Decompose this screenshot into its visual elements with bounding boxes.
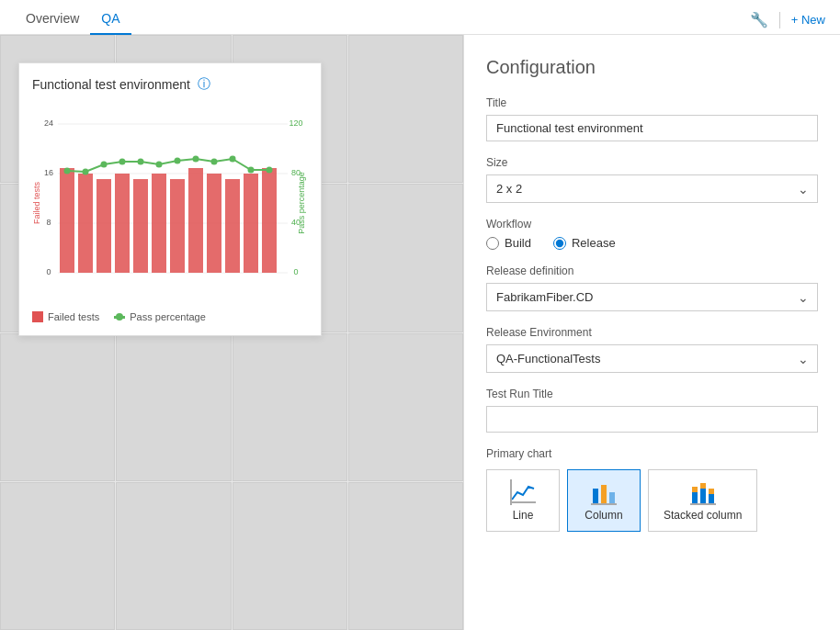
- svg-point-32: [211, 159, 218, 165]
- test-run-label: Test Run Title: [486, 388, 818, 400]
- grid-cell: [348, 333, 463, 481]
- grid-cell: [348, 184, 463, 332]
- release-radio-text: Release: [572, 236, 616, 250]
- svg-rect-42: [609, 492, 615, 503]
- line-chart-icon: [510, 479, 536, 505]
- primary-chart-group: Primary chart Line: [486, 447, 818, 532]
- main-content: Functional test environment ⓘ 24 16 8 0 …: [0, 35, 840, 630]
- release-env-label: Release Environment: [486, 326, 818, 339]
- svg-rect-44: [692, 492, 698, 503]
- svg-rect-49: [709, 489, 714, 494]
- svg-rect-15: [115, 174, 130, 273]
- release-def-label: Release definition: [486, 264, 818, 277]
- svg-rect-38: [510, 501, 536, 503]
- svg-rect-23: [262, 168, 277, 273]
- release-def-select[interactable]: FabrikamFiber.CD: [486, 283, 818, 311]
- workflow-row: Build Release: [486, 236, 818, 250]
- grid-cell: [233, 482, 347, 630]
- release-radio-label[interactable]: Release: [553, 236, 616, 250]
- svg-point-35: [267, 167, 273, 174]
- grid-cell: [116, 482, 231, 630]
- title-input[interactable]: [486, 115, 818, 141]
- chart-option-line[interactable]: Line: [486, 469, 560, 532]
- release-env-select[interactable]: QA-FunctionalTests: [486, 344, 818, 373]
- svg-rect-46: [700, 489, 706, 503]
- size-select-wrapper: 2 x 2 1 x 1 1 x 2 2 x 1 2 x 3 3 x 3 ⌄: [486, 174, 818, 203]
- widget-title: Functional test environment ⓘ: [32, 76, 308, 93]
- svg-point-25: [83, 169, 89, 175]
- svg-text:0: 0: [46, 267, 51, 276]
- svg-text:Pass percentage: Pass percentage: [297, 172, 306, 234]
- primary-chart-label: Primary chart: [486, 447, 818, 460]
- column-label: Column: [585, 509, 622, 522]
- grid-cell: [116, 333, 231, 481]
- svg-rect-50: [690, 503, 716, 505]
- grid-cell: [233, 333, 347, 481]
- release-def-group: Release definition FabrikamFiber.CD ⌄: [486, 264, 818, 311]
- svg-rect-13: [78, 174, 93, 273]
- svg-point-34: [248, 167, 255, 174]
- svg-text:24: 24: [44, 118, 53, 128]
- tab-qa[interactable]: QA: [90, 4, 131, 35]
- svg-rect-40: [593, 489, 598, 503]
- release-radio[interactable]: [553, 237, 566, 250]
- grid-cell: [0, 333, 115, 481]
- nav-actions: 🔧 + New: [750, 11, 825, 34]
- svg-point-31: [193, 156, 199, 163]
- nav-divider: [779, 12, 780, 28]
- svg-rect-18: [170, 179, 185, 273]
- svg-rect-21: [225, 179, 240, 273]
- svg-rect-17: [152, 174, 166, 273]
- stacked-label: Stacked column: [664, 509, 742, 522]
- widget-title-text: Functional test environment: [32, 77, 190, 92]
- dashboard-panel: Functional test environment ⓘ 24 16 8 0 …: [0, 35, 463, 630]
- failed-swatch: [32, 311, 43, 322]
- title-label: Title: [486, 96, 818, 109]
- chart-legend: Failed tests Pass percentage: [32, 311, 308, 322]
- svg-rect-19: [188, 168, 203, 273]
- widget-card: Functional test environment ⓘ 24 16 8 0 …: [18, 62, 322, 336]
- workflow-label: Workflow: [486, 218, 818, 231]
- svg-rect-12: [60, 168, 74, 273]
- svg-point-27: [119, 159, 126, 165]
- new-button[interactable]: + New: [791, 13, 825, 27]
- stacked-chart-icon: [690, 479, 716, 505]
- grid-cell: [0, 482, 115, 630]
- tab-overview[interactable]: Overview: [15, 4, 90, 35]
- size-label: Size: [486, 156, 818, 169]
- test-run-input[interactable]: [486, 406, 818, 433]
- chart-option-stacked[interactable]: Stacked column: [648, 469, 757, 532]
- settings-icon[interactable]: 🔧: [750, 11, 768, 28]
- info-icon[interactable]: ⓘ: [198, 76, 210, 93]
- svg-text:16: 16: [44, 168, 53, 177]
- workflow-field-group: Workflow Build Release: [486, 218, 818, 250]
- release-env-wrapper: QA-FunctionalTests ⌄: [486, 344, 818, 373]
- svg-text:0: 0: [293, 267, 298, 276]
- chart-svg: 24 16 8 0 120 80 40 0: [32, 102, 308, 304]
- chart-container: 24 16 8 0 120 80 40 0: [32, 102, 308, 304]
- svg-rect-43: [591, 503, 617, 505]
- build-radio-label[interactable]: Build: [486, 236, 531, 250]
- svg-rect-22: [244, 174, 258, 273]
- config-title: Configuration: [486, 57, 818, 78]
- svg-point-33: [230, 156, 236, 163]
- column-chart-icon: [591, 479, 617, 505]
- chart-option-column[interactable]: Column: [567, 469, 641, 532]
- build-radio[interactable]: [486, 237, 499, 250]
- top-nav: Overview QA 🔧 + New: [0, 0, 840, 35]
- size-field-group: Size 2 x 2 1 x 1 1 x 2 2 x 1 2 x 3 3 x 3…: [486, 156, 818, 203]
- size-select[interactable]: 2 x 2 1 x 1 1 x 2 2 x 1 2 x 3 3 x 3: [486, 174, 818, 203]
- svg-rect-16: [133, 179, 148, 273]
- svg-point-28: [138, 159, 144, 165]
- release-env-group: Release Environment QA-FunctionalTests ⌄: [486, 326, 818, 373]
- release-def-wrapper: FabrikamFiber.CD ⌄: [486, 283, 818, 311]
- chart-options: Line Column: [486, 469, 818, 532]
- title-field-group: Title: [486, 96, 818, 141]
- legend-pass-label: Pass percentage: [130, 311, 206, 322]
- svg-rect-48: [709, 494, 714, 503]
- svg-rect-41: [601, 485, 607, 503]
- grid-cell: [348, 482, 463, 630]
- line-label: Line: [513, 509, 534, 522]
- pass-line-indicator: [114, 316, 125, 319]
- svg-point-30: [175, 158, 181, 164]
